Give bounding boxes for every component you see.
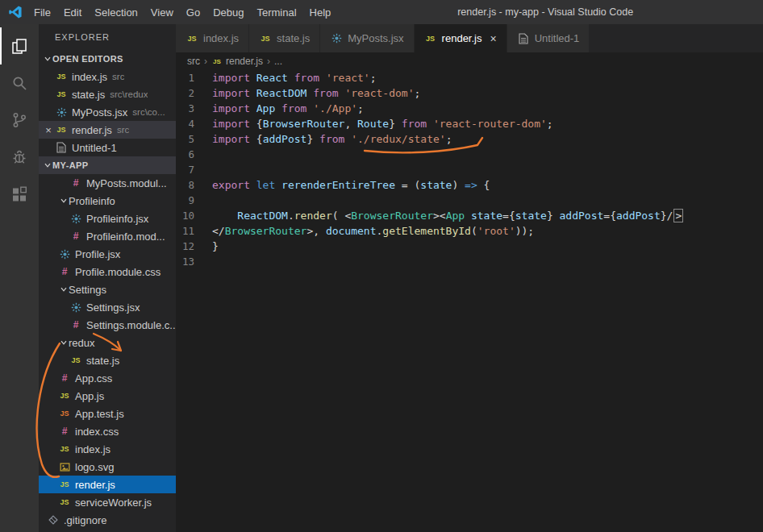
open-editor-item[interactable]: Untitled-1 (39, 139, 176, 156)
code-line[interactable]: 12} (176, 239, 763, 254)
tree-item[interactable]: #Profileinfo.mod... (39, 227, 176, 245)
code-line[interactable]: 9 (176, 193, 763, 208)
main-area: EXPLORER OPEN EDITORS JSindex.jssrcJSsta… (0, 24, 763, 532)
close-editor-icon[interactable]: × (42, 124, 55, 136)
tab-render-js[interactable]: JSrender.js× (415, 24, 507, 52)
menu-item-edit[interactable]: Edit (57, 6, 88, 19)
menu-item-debug[interactable]: Debug (206, 6, 250, 19)
jsx-file-icon (330, 32, 343, 45)
line-number: 9 (176, 193, 212, 208)
open-editor-item[interactable]: ×JSrender.jssrc (39, 121, 176, 139)
open-editors-list: JSindex.jssrcJSstate.jssrc\reduxMyPosts.… (39, 68, 176, 156)
tree-item[interactable]: JSApp.js (39, 387, 176, 405)
source-control-icon[interactable] (0, 102, 39, 139)
jsx-file-icon (58, 247, 71, 260)
tab-myposts-jsx[interactable]: MyPosts.jsx (320, 24, 414, 52)
close-tab-icon[interactable]: × (490, 32, 496, 45)
debug-icon[interactable] (0, 139, 39, 176)
tree-item[interactable]: #App.css (39, 369, 176, 387)
open-editors-header[interactable]: OPEN EDITORS (39, 50, 176, 68)
tree-item[interactable]: logo.svg (39, 458, 176, 476)
tree-item[interactable]: JSApp.test.js (39, 405, 176, 422)
tree-item-name: App.css (75, 372, 112, 384)
breadcrumb-separator: › (266, 56, 271, 67)
code-line[interactable]: 2import ReactDOM from 'react-dom'; (176, 85, 763, 101)
tree-item-name: App.test.js (75, 408, 124, 420)
code-line[interactable]: 1import React from 'react'; (176, 70, 763, 85)
tree-item[interactable]: JSrender.js (39, 476, 176, 493)
code-line[interactable]: 5import {addPost} from './redux/state'; (176, 131, 763, 147)
code-line[interactable]: 13 (176, 254, 763, 269)
tree-item[interactable]: #MyPosts.modul... (39, 174, 176, 192)
tree-item[interactable]: Profileinfo.jsx (39, 210, 176, 227)
explorer-icon[interactable] (0, 27, 39, 64)
project-header[interactable]: MY-APP (39, 156, 176, 174)
tree-folder[interactable]: redux (39, 334, 176, 351)
explorer-sidebar: EXPLORER OPEN EDITORS JSindex.jssrcJSsta… (39, 24, 176, 532)
tree-item[interactable]: Profile.jsx (39, 245, 176, 263)
tree-item[interactable]: #index.css (39, 422, 176, 440)
extensions-icon[interactable] (0, 176, 39, 213)
tree-item-name: index.js (75, 443, 110, 455)
open-editor-name: Untitled-1 (72, 142, 117, 154)
tree-item[interactable]: {}package-lock.json (39, 529, 176, 532)
line-number: 5 (176, 131, 212, 147)
menu-item-go[interactable]: Go (180, 6, 206, 19)
tab-label: MyPosts.jsx (348, 32, 403, 44)
menu-item-terminal[interactable]: Terminal (250, 6, 302, 19)
tree-item-name: Profileinfo.mod... (86, 231, 165, 243)
css-file-icon: # (69, 318, 82, 331)
css-file-icon: # (58, 425, 71, 438)
tree-item[interactable]: #Settings.module.c... (39, 316, 176, 334)
js-file-icon: JS (58, 443, 71, 455)
code-text: import ReactDOM from 'react-dom'; (212, 85, 420, 101)
tree-item[interactable]: .gitignore (39, 511, 176, 529)
menu-item-selection[interactable]: Selection (88, 6, 144, 19)
tree-item-name: redux (69, 337, 95, 349)
tab-index-js[interactable]: JSindex.js (176, 24, 249, 52)
code-line[interactable]: 6 (176, 147, 763, 162)
open-editor-item[interactable]: JSindex.jssrc (39, 68, 176, 85)
tree-item-name: Profile.jsx (75, 248, 120, 260)
line-number: 12 (176, 239, 212, 254)
open-editor-path: src\co... (132, 107, 165, 117)
code-text: export let rerenderEntireTree = (state) … (212, 177, 490, 193)
tree-item[interactable]: Settings.jsx (39, 298, 176, 316)
js-file-icon: JS (69, 354, 82, 367)
line-number: 3 (176, 101, 212, 116)
code-line[interactable]: 10 ReactDOM.render( <BrowserRouter><App … (176, 208, 763, 223)
tree-item[interactable]: #Profile.module.css (39, 263, 176, 281)
tree-item[interactable]: JSstate.js (39, 351, 176, 369)
tab-state-js[interactable]: JSstate.js (249, 24, 320, 52)
tree-item[interactable]: JSindex.js (39, 440, 176, 458)
tree-item[interactable]: JSserviceWorker.js (39, 493, 176, 511)
editor-area: JSindex.jsJSstate.jsMyPosts.jsxJSrender.… (176, 24, 763, 532)
tab-untitled-1[interactable]: Untitled-1 (507, 24, 590, 52)
git-file-icon (47, 513, 60, 526)
code-line[interactable]: 8export let rerenderEntireTree = (state)… (176, 177, 763, 193)
tree-folder[interactable]: Settings (39, 281, 176, 298)
open-editor-item[interactable]: JSstate.jssrc\redux (39, 85, 176, 103)
tree-folder[interactable]: Profileinfo (39, 192, 176, 210)
breadcrumb-item[interactable]: src (187, 56, 200, 67)
breadcrumb-item[interactable]: ... (274, 56, 282, 67)
code-line[interactable]: 7 (176, 162, 763, 177)
code-text: </BrowserRouter>, document.getElementByI… (212, 223, 534, 239)
breadcrumb-item[interactable]: JSrender.js (211, 56, 263, 67)
open-editor-name: state.js (72, 89, 105, 101)
open-editor-path: src (112, 72, 124, 81)
code-text: import App from './App'; (212, 101, 364, 116)
search-icon[interactable] (0, 64, 39, 102)
code-line[interactable]: 3import App from './App'; (176, 101, 763, 116)
open-editor-item[interactable]: MyPosts.jsxsrc\co... (39, 103, 176, 121)
svg-file-icon (58, 460, 71, 473)
code-line[interactable]: 4import {BrowserRouter, Route} from 'rea… (176, 116, 763, 131)
open-editor-path: src (117, 125, 129, 135)
code-editor[interactable]: 1import React from 'react';2import React… (176, 70, 763, 532)
menu-item-help[interactable]: Help (303, 6, 338, 19)
breadcrumb: src›JSrender.js›... (176, 52, 763, 70)
tree-item-name: Settings.module.c... (86, 319, 176, 331)
code-line[interactable]: 11</BrowserRouter>, document.getElementB… (176, 223, 763, 239)
menu-item-view[interactable]: View (144, 6, 180, 19)
menu-item-file[interactable]: File (27, 6, 57, 19)
